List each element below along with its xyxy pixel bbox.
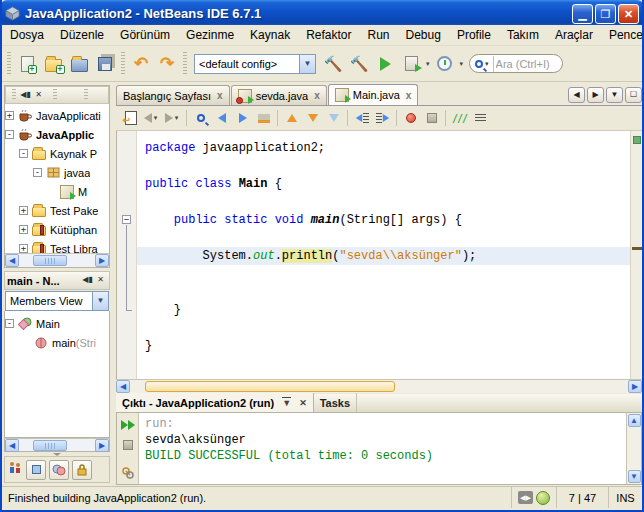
expander-icon[interactable]: -: [5, 319, 14, 328]
next-bookmark-button[interactable]: [302, 108, 323, 128]
menu-refaktor[interactable]: Refaktor: [298, 26, 359, 44]
previous-occurrence-button[interactable]: [211, 108, 232, 128]
inherited-members-icon[interactable]: [8, 461, 22, 479]
scrollbar-thumb[interactable]: [33, 255, 67, 266]
show-non-public-toggle[interactable]: [72, 460, 92, 480]
toolbar-grip[interactable]: [121, 52, 125, 76]
open-project-button[interactable]: [66, 51, 92, 77]
close-tab-icon[interactable]: x: [314, 90, 320, 101]
tree-item-project-1[interactable]: + JavaApplicati: [5, 106, 109, 125]
minimize-panel-icon[interactable]: ◀▮: [81, 274, 94, 287]
search-dropdown-icon[interactable]: ▾: [485, 60, 489, 68]
code-line[interactable]: [137, 283, 630, 301]
close-tab-icon[interactable]: x: [406, 90, 412, 101]
code-line[interactable]: }: [137, 301, 630, 319]
tree-item-test-libraries[interactable]: + Test Libra: [5, 239, 109, 253]
tab-tasks[interactable]: Tasks: [314, 393, 357, 412]
expander-icon[interactable]: +: [19, 244, 28, 253]
tree-item-main-java[interactable]: M: [5, 182, 109, 201]
code-line[interactable]: [137, 157, 630, 175]
tree-item-source-packages[interactable]: - Kaynak P: [5, 144, 109, 163]
close-tab-icon[interactable]: x: [217, 90, 223, 101]
save-all-button[interactable]: [92, 51, 118, 77]
stop-button[interactable]: [119, 436, 136, 453]
scroll-left-icon[interactable]: ◀: [5, 439, 19, 452]
code-line[interactable]: [137, 229, 630, 247]
navigator-horizontal-scrollbar[interactable]: ◀ ▶: [4, 438, 110, 452]
scroll-left-icon[interactable]: ◀: [5, 254, 19, 267]
forward-button[interactable]: ▾: [162, 108, 183, 128]
code-area[interactable]: package javaapplication2; public class M…: [137, 131, 630, 379]
show-fields-toggle[interactable]: [26, 460, 46, 480]
scroll-tabs-right-icon[interactable]: ▶: [587, 87, 604, 103]
redo-button[interactable]: ↷: [154, 51, 180, 77]
code-line[interactable]: [137, 193, 630, 211]
clean-build-button[interactable]: 🔨: [346, 51, 372, 77]
output-vertical-scrollbar[interactable]: ▲ ▼: [626, 413, 641, 484]
code-line[interactable]: public class Main {: [137, 175, 630, 193]
tree-item-package[interactable]: - javaa: [5, 163, 109, 182]
navigator-view-combobox[interactable]: Members View ▼: [5, 291, 109, 311]
uncomment-button[interactable]: [470, 108, 491, 128]
menu-profile[interactable]: Profile: [449, 26, 499, 44]
close-panel-icon[interactable]: ✕: [32, 89, 45, 102]
scroll-left-icon[interactable]: ◀: [116, 380, 130, 393]
editor-gutter[interactable]: −: [117, 131, 137, 379]
build-project-button[interactable]: 🔨: [320, 51, 346, 77]
code-line[interactable]: }: [137, 337, 630, 355]
next-occurrence-button[interactable]: [232, 108, 253, 128]
menu-dosya[interactable]: Dosya: [2, 26, 52, 44]
projects-horizontal-scrollbar[interactable]: ◀ ▶: [5, 253, 109, 267]
menu-debug[interactable]: Debug: [398, 26, 449, 44]
shift-right-button[interactable]: [372, 108, 393, 128]
tab-start-page[interactable]: Başlangıç Sayfası x: [116, 85, 230, 105]
maximize-button[interactable]: ❐: [595, 4, 616, 24]
config-combobox[interactable]: <default config> ▼: [194, 54, 316, 74]
menu-araclar[interactable]: Araçlar: [547, 26, 601, 44]
new-project-button[interactable]: +: [40, 51, 66, 77]
menu-pencere[interactable]: Pencere: [601, 26, 644, 44]
tab-list-dropdown-icon[interactable]: ▼: [606, 87, 623, 103]
expander-icon[interactable]: +: [19, 225, 28, 234]
tab-output-run[interactable]: Çıktı - JavaApplication2 (run) ▼ ✕: [116, 393, 314, 412]
tree-item-main-method[interactable]: main(Stri: [5, 333, 109, 352]
insert-mode-cell[interactable]: INS: [608, 487, 642, 508]
scroll-right-icon[interactable]: ▶: [95, 439, 109, 452]
rerun-button[interactable]: [119, 416, 136, 433]
scrollbar-thumb[interactable]: [33, 440, 67, 451]
expander-icon[interactable]: +: [5, 111, 14, 120]
new-file-button[interactable]: +: [14, 51, 40, 77]
run-project-button[interactable]: [372, 51, 398, 77]
show-static-members-toggle[interactable]: [49, 460, 69, 480]
back-button[interactable]: ▾: [141, 108, 162, 128]
tree-item-libraries[interactable]: + Kütüphan: [5, 220, 109, 239]
shift-left-button[interactable]: [351, 108, 372, 128]
tab-sevda-java[interactable]: sevda.java x: [231, 85, 327, 105]
debug-project-button[interactable]: [398, 51, 424, 77]
scroll-up-icon[interactable]: ▲: [628, 414, 641, 427]
expander-icon[interactable]: -: [33, 168, 42, 177]
toggle-highlight-button[interactable]: [253, 108, 274, 128]
code-line[interactable]: package javaapplication2;: [137, 139, 630, 157]
caret-sync-icon[interactable]: ◀▶: [518, 491, 533, 504]
close-tab-icon[interactable]: ✕: [299, 398, 307, 408]
record-macro-button[interactable]: [400, 108, 421, 128]
projects-panel-header[interactable]: ◀▮ ✕: [5, 86, 109, 104]
minimize-window-group-icon[interactable]: ▼: [282, 397, 291, 408]
toolbar-grip[interactable]: [7, 52, 11, 76]
comment-button[interactable]: ///: [449, 108, 470, 128]
menu-gorunum[interactable]: Görünüm: [112, 26, 178, 44]
undo-button[interactable]: ↶: [128, 51, 154, 77]
editor-horizontal-scrollbar[interactable]: ◀ ▶: [116, 379, 642, 393]
toggle-bookmark-button[interactable]: [323, 108, 344, 128]
minimize-panel-icon[interactable]: ◀▮: [19, 89, 32, 102]
previous-bookmark-button[interactable]: [281, 108, 302, 128]
updates-available-icon[interactable]: [536, 491, 550, 505]
navigator-header[interactable]: main - N... ◀▮ ✕: [4, 271, 110, 290]
menu-gezinme[interactable]: Gezinme: [178, 26, 242, 44]
debug-dropdown-icon[interactable]: ▾: [426, 60, 430, 68]
menu-run[interactable]: Run: [360, 26, 398, 44]
tree-item-project-2[interactable]: - JavaApplic: [5, 125, 109, 144]
toolbar-grip[interactable]: [183, 52, 187, 76]
close-button[interactable]: ✕: [618, 4, 639, 24]
